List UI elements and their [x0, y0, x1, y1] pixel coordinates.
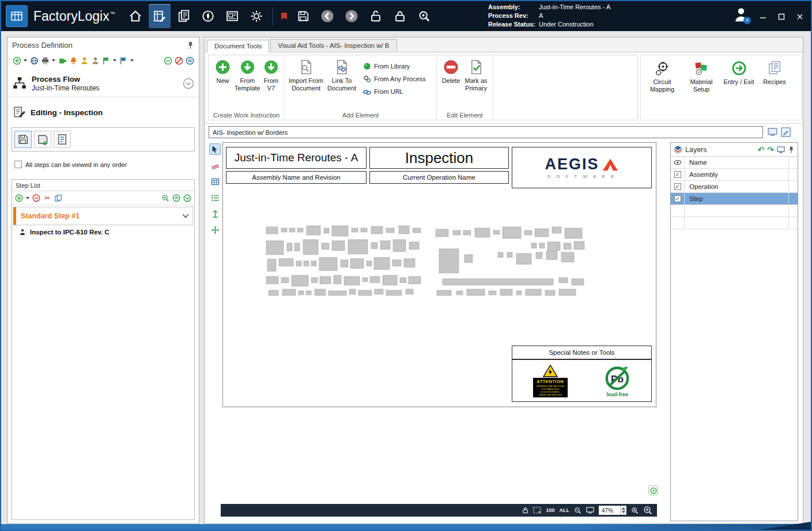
settings-button[interactable]	[246, 4, 267, 28]
dropdown-caret[interactable]	[113, 59, 116, 62]
close-button[interactable]	[796, 13, 804, 21]
home-button[interactable]	[124, 4, 146, 28]
new-button[interactable]: New	[212, 58, 233, 109]
dropdown-caret[interactable]	[130, 59, 134, 62]
hold-icon[interactable]	[185, 56, 194, 65]
document-name-field[interactable]: AIS- Inspection w/ Borders	[209, 126, 763, 138]
news-button[interactable]	[221, 4, 243, 28]
documents-button[interactable]	[173, 4, 195, 28]
layer-row-step[interactable]: ✓ Step	[671, 193, 798, 205]
flag-remove-icon[interactable]	[119, 56, 128, 65]
zoom-step-down-icon[interactable]	[622, 511, 625, 513]
notes-content-box[interactable]: ATTENTION OBSERVE PRECAUTIONS FOR HANDLI…	[512, 359, 652, 402]
process-editor-button[interactable]	[149, 4, 171, 28]
collapse-arrow-icon[interactable]	[183, 78, 194, 89]
zoom-in-large-icon[interactable]	[643, 506, 652, 515]
undo-icon[interactable]: ↶	[758, 146, 765, 154]
unlock-button[interactable]	[365, 4, 387, 28]
flow-icon[interactable]	[58, 56, 67, 65]
pin-icon[interactable]	[788, 146, 795, 153]
import-from-document-button[interactable]: Import From Document	[288, 58, 324, 109]
operation-title-box[interactable]: Inspection	[369, 147, 509, 169]
from-template-button[interactable]: From Template	[235, 58, 260, 109]
tab-visual-aid-tools[interactable]: Visual Aid Tools - AIS- Inspection w/ B	[270, 39, 396, 52]
edit-document-icon[interactable]	[780, 126, 791, 138]
layer-checkbox[interactable]: ✓	[674, 183, 681, 190]
fit-screen-icon[interactable]	[586, 507, 594, 514]
minimize-button[interactable]	[759, 13, 767, 21]
notes-title-box[interactable]: Special Notes or Tools	[512, 346, 652, 359]
add-icon[interactable]	[12, 56, 21, 65]
editing-item[interactable]: Editing - Inspection	[7, 101, 199, 124]
maximize-button[interactable]	[777, 13, 785, 21]
from-library-button[interactable]: From Library	[363, 62, 426, 70]
lock-button[interactable]	[389, 4, 411, 28]
list-tool-icon[interactable]	[209, 192, 221, 203]
any-order-checkbox[interactable]	[14, 161, 22, 168]
move-tool-icon[interactable]	[209, 224, 221, 236]
forward-button[interactable]	[341, 4, 362, 28]
zoom-stepper[interactable]	[620, 506, 626, 515]
dropdown-caret[interactable]	[52, 59, 55, 62]
display-mode-icon[interactable]	[766, 126, 778, 138]
erase-tool-icon[interactable]	[209, 160, 221, 171]
entry-exit-button[interactable]: Entry / Exit	[722, 59, 756, 116]
layer-checkbox[interactable]: ✓	[674, 171, 681, 178]
zoom-all-button[interactable]: ALL	[560, 507, 570, 513]
assembly-caption-box[interactable]: Assembly Name and Revision	[226, 171, 367, 184]
redo-icon[interactable]: ↷	[767, 146, 774, 154]
pcb-image-left[interactable]	[262, 223, 426, 302]
pcb-image-right[interactable]	[429, 225, 595, 301]
from-any-process-button[interactable]: From Any Process	[363, 75, 426, 83]
trainee-icon[interactable]	[90, 56, 100, 65]
material-setup-button[interactable]: Material Setup	[683, 59, 719, 116]
work-instruction-page[interactable]: Just-in-Time Reroutes - A Inspection AEG…	[222, 142, 656, 407]
dropdown-caret[interactable]	[26, 197, 29, 199]
layer-row-operation[interactable]: ✓ Operation	[671, 181, 798, 193]
layer-row-assembly[interactable]: ✓ Assembly	[671, 169, 798, 181]
select-tool-icon[interactable]	[209, 143, 221, 155]
align-tool-icon[interactable]	[209, 208, 221, 219]
fullscreen-icon[interactable]	[777, 146, 785, 153]
circuit-mapping-button[interactable]: Circuit Mapping	[643, 59, 681, 116]
zoom-in-icon[interactable]	[631, 507, 639, 514]
lock-zoom-icon[interactable]	[522, 507, 528, 514]
alert-bell-icon[interactable]	[69, 56, 78, 65]
operation-caption-box[interactable]: Current Operation Name	[369, 171, 509, 184]
step-detail-item[interactable]: Inspect to IPC-610 Rev. C	[12, 225, 194, 239]
step-list-item[interactable]: Standard Step #1	[13, 207, 193, 225]
print-icon[interactable]	[40, 56, 50, 65]
layer-checkbox[interactable]: ✓	[674, 195, 681, 202]
import-step-button[interactable]	[34, 131, 51, 148]
process-flow-item[interactable]: Process Flow Just-in-Time Reroutes	[7, 70, 199, 97]
recipes-button[interactable]: Recipes	[758, 59, 791, 116]
from-v7-button[interactable]: From V7	[262, 58, 281, 109]
remove-step-icon[interactable]	[32, 194, 41, 203]
tab-document-tools[interactable]: Document Tools	[207, 40, 269, 52]
zoom-region-icon[interactable]	[533, 507, 541, 514]
back-button[interactable]	[316, 4, 338, 28]
zoom-level-control[interactable]: 47%	[599, 506, 626, 515]
web-icon[interactable]	[29, 56, 39, 65]
revert-step-button[interactable]	[54, 131, 71, 148]
add-step-icon[interactable]	[14, 194, 24, 203]
any-order-option[interactable]: All steps can be viewed in any order	[14, 161, 127, 168]
copy-icon[interactable]	[54, 194, 63, 203]
save-button[interactable]	[292, 4, 314, 28]
assembly-title-box[interactable]: Just-in-Time Reroutes - A	[226, 147, 367, 169]
alert-badge-icon[interactable]	[278, 4, 290, 28]
navigator-button[interactable]	[197, 4, 219, 28]
logo-box[interactable]: AEGIS S O F T W A R E	[512, 147, 652, 188]
move-down-icon[interactable]	[183, 194, 192, 203]
release-icon[interactable]	[163, 56, 172, 65]
audit-search-button[interactable]	[413, 4, 435, 28]
operator-icon[interactable]	[80, 56, 89, 65]
mark-as-primary-button[interactable]: Mark as Primary	[463, 58, 489, 109]
zoom-step-up-icon[interactable]	[622, 507, 625, 510]
cut-icon[interactable]: ✂	[43, 194, 52, 203]
canvas-navigate-button[interactable]	[648, 486, 658, 495]
block-icon[interactable]	[174, 56, 183, 65]
zoom-step-icon[interactable]	[161, 194, 170, 203]
flag-add-icon[interactable]	[101, 56, 111, 65]
grid-tool-icon[interactable]	[209, 176, 221, 187]
